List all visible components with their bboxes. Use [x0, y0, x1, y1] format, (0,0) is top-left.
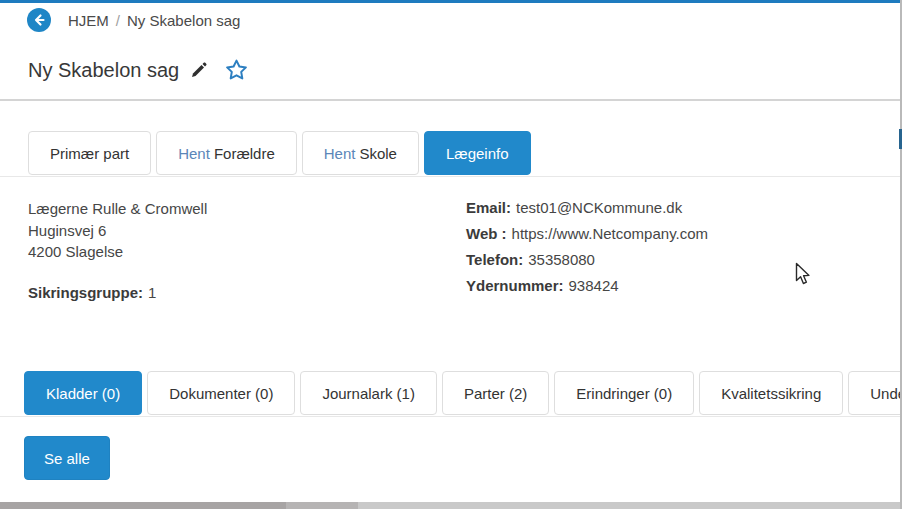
tab-label-prefix: Hent — [324, 145, 356, 162]
tab-kladder[interactable]: Kladder (0) — [24, 371, 142, 415]
breadcrumb-bar: HJEM / Ny Skabelon sag — [27, 8, 240, 32]
sikringsgruppe-label: Sikringsgruppe: — [28, 284, 143, 301]
ydernummer-field: Ydernummer:938424 — [466, 277, 708, 295]
breadcrumb-separator: / — [109, 12, 127, 29]
ydernummer-value: 938424 — [569, 277, 619, 294]
breadcrumb-current: Ny Skabelon sag — [127, 12, 240, 29]
email-value: test01@NCKommune.dk — [516, 199, 682, 216]
address-line: 4200 Slagelse — [28, 241, 207, 263]
mouse-cursor-icon — [795, 262, 812, 291]
tabs-primary-underline — [0, 176, 902, 177]
tab-label: Skole — [359, 145, 397, 162]
tab-hent-foraeldre[interactable]: Hent Forældre — [156, 131, 297, 175]
horizontal-scrollbar-thumb[interactable] — [0, 502, 286, 509]
top-accent-strip — [0, 0, 902, 3]
tab-label: Erindringer (0) — [576, 385, 672, 402]
laegeinfo-contact-block: Email:test01@NCKommune.dk Web :https://w… — [466, 199, 708, 303]
tab-label: Forældre — [214, 145, 275, 162]
tab-journalark[interactable]: Journalark (1) — [300, 371, 437, 415]
email-label: Email: — [466, 199, 511, 216]
tab-hent-skole[interactable]: Hent Skole — [302, 131, 419, 175]
title-row: Ny Skabelon sag — [28, 58, 249, 82]
tab-laegeinfo[interactable]: Lægeinfo — [424, 131, 531, 175]
tab-underretninger[interactable]: Underretninger (0) — [848, 371, 902, 415]
tab-erindringer[interactable]: Erindringer (0) — [554, 371, 694, 415]
tab-label: Journalark (1) — [322, 385, 415, 402]
telefon-label: Telefon: — [466, 251, 523, 268]
sikringsgruppe-value: 1 — [148, 284, 156, 301]
see-all-button[interactable]: Se alle — [24, 436, 110, 480]
back-arrow-icon — [32, 13, 46, 27]
tab-label: Kvalitetssikring — [721, 385, 821, 402]
header-divider — [0, 99, 902, 101]
telefon-field: Telefon:35358080 — [466, 251, 708, 269]
breadcrumb: HJEM / Ny Skabelon sag — [68, 12, 240, 29]
back-button[interactable] — [27, 8, 51, 32]
tab-label: Underretninger (0) — [870, 385, 902, 402]
email-field: Email:test01@NCKommune.dk — [466, 199, 708, 217]
web-field: Web :https://www.Netcompany.com — [466, 225, 708, 243]
web-label: Web : — [466, 225, 507, 242]
tabs-secondary: Kladder (0) Dokumenter (0) Journalark (1… — [24, 371, 902, 415]
tab-label: Kladder (0) — [46, 385, 120, 402]
page-title: Ny Skabelon sag — [28, 59, 179, 82]
horizontal-scrollbar-thumb-edge — [286, 502, 358, 509]
sikringsgruppe-field: Sikringsgruppe:1 — [28, 282, 207, 304]
address-line: Lægerne Rulle & Cromwell — [28, 198, 207, 220]
tab-label-prefix: Hent — [178, 145, 210, 162]
favorite-star-icon[interactable] — [224, 58, 249, 82]
horizontal-scrollbar[interactable] — [0, 502, 902, 509]
edit-pencil-icon[interactable] — [189, 61, 208, 80]
tab-label: Primær part — [50, 145, 129, 162]
tab-kvalitetssikring[interactable]: Kvalitetssikring — [699, 371, 843, 415]
telefon-value: 35358080 — [528, 251, 595, 268]
tabs-primary: Primær part Hent Forældre Hent Skole Læg… — [28, 131, 531, 175]
tab-dokumenter[interactable]: Dokumenter (0) — [147, 371, 295, 415]
laegeinfo-address-block: Lægerne Rulle & Cromwell Huginsvej 6 420… — [28, 198, 207, 303]
tab-parter[interactable]: Parter (2) — [442, 371, 549, 415]
tabs-secondary-underline — [0, 416, 902, 417]
tab-label: Lægeinfo — [446, 145, 509, 162]
web-value: https://www.Netcompany.com — [512, 225, 708, 242]
address-line: Huginsvej 6 — [28, 220, 207, 242]
ydernummer-label: Ydernummer: — [466, 277, 564, 294]
breadcrumb-home-link[interactable]: HJEM — [68, 12, 109, 29]
tab-label: Parter (2) — [464, 385, 527, 402]
tab-label: Dokumenter (0) — [169, 385, 273, 402]
tab-primaer-part[interactable]: Primær part — [28, 131, 151, 175]
